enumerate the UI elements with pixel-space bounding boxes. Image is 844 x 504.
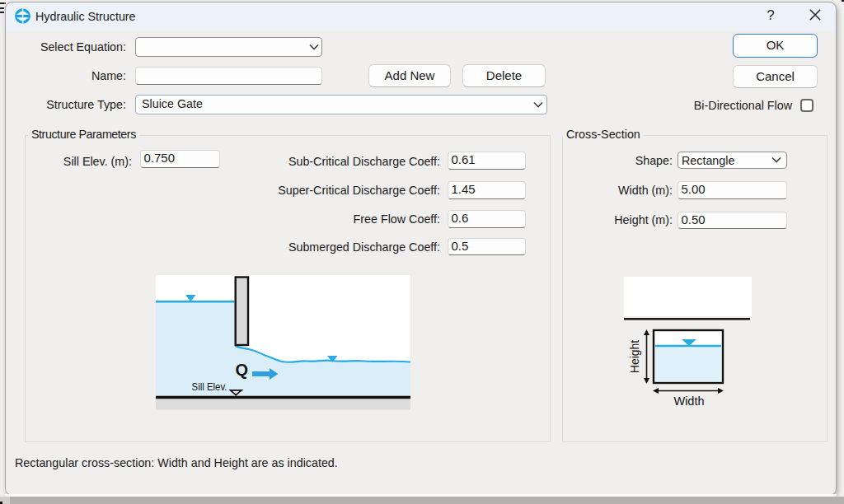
svg-text:Q: Q [236,361,249,379]
svg-text:Height: Height [628,340,641,374]
svg-text:Sill Elev.: Sill Elev. [192,380,227,393]
svg-text:Width: Width [673,394,704,408]
